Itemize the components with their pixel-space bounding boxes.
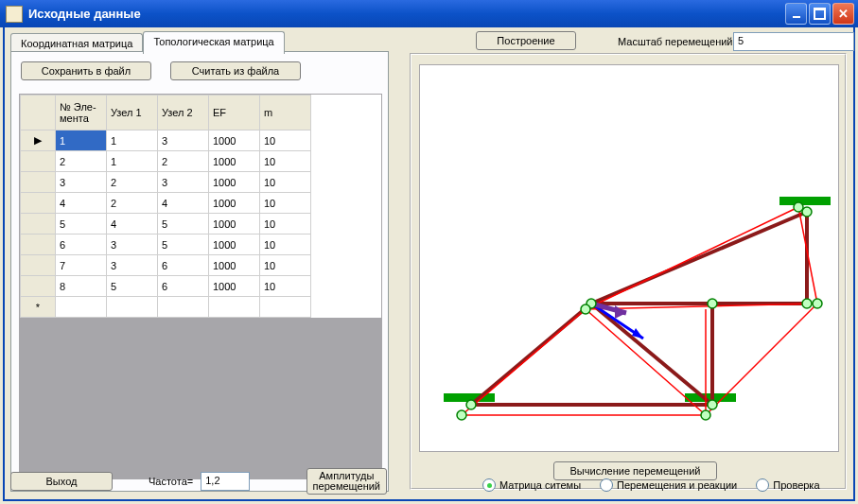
cell[interactable]: 7: [56, 255, 107, 276]
svg-line-8: [591, 212, 807, 304]
col-node2[interactable]: Узел 2: [158, 96, 209, 130]
amplitudes-button[interactable]: Амплитуды перемещений: [306, 468, 387, 495]
cell[interactable]: 1000: [209, 193, 260, 214]
cell[interactable]: 1: [56, 130, 107, 151]
maximize-button[interactable]: [809, 3, 831, 25]
radio-displacements-reactions[interactable]: Перемещения и реакции: [600, 478, 737, 492]
cell[interactable]: 2: [107, 172, 158, 193]
cell[interactable]: [56, 297, 107, 318]
frequency-input[interactable]: 1,2: [201, 472, 250, 491]
cell[interactable]: 10: [260, 214, 311, 235]
grid-corner[interactable]: [21, 96, 56, 130]
col-elem-num[interactable]: № Эле- мента: [56, 96, 107, 130]
scale-label: Масштаб перемещений:: [618, 36, 736, 47]
truss-diagram-canvas: [419, 64, 839, 452]
build-button[interactable]: Построение: [476, 31, 576, 50]
svg-rect-2: [779, 197, 831, 205]
table-new-row[interactable]: *: [21, 297, 311, 318]
compute-displacements-button[interactable]: Вычисление перемещений: [553, 461, 717, 480]
svg-point-29: [708, 299, 717, 308]
cell[interactable]: 6: [158, 255, 209, 276]
cell[interactable]: 3: [158, 172, 209, 193]
cell[interactable]: 4: [107, 214, 158, 235]
cell[interactable]: 10: [260, 151, 311, 172]
tab-topology-matrix[interactable]: Топологическая матрица: [143, 31, 284, 54]
cell[interactable]: 6: [56, 235, 107, 255]
svg-line-5: [591, 304, 712, 405]
col-ef[interactable]: EF: [209, 96, 260, 130]
cell[interactable]: 10: [260, 276, 311, 297]
cell[interactable]: 1000: [209, 214, 260, 235]
cell[interactable]: 2: [56, 151, 107, 172]
cell[interactable]: 2: [107, 193, 158, 214]
cell[interactable]: 5: [56, 214, 107, 235]
cell[interactable]: 10: [260, 130, 311, 151]
cell[interactable]: 5: [107, 276, 158, 297]
save-to-file-button[interactable]: Сохранить в файл: [21, 61, 151, 80]
window-title: Исходные данные: [28, 7, 141, 21]
cell[interactable]: 3: [56, 172, 107, 193]
cell[interactable]: [209, 297, 260, 318]
cell[interactable]: 3: [107, 235, 158, 255]
table-row[interactable]: 424100010: [21, 193, 311, 214]
load-from-file-button[interactable]: Считать из файла: [170, 61, 301, 80]
cell[interactable]: 1000: [209, 172, 260, 193]
cell[interactable]: 4: [56, 193, 107, 214]
topology-grid[interactable]: № Эле- мента Узел 1 Узел 2 EF m ▶ 1 1 3 …: [19, 94, 382, 479]
cell[interactable]: 1: [107, 130, 158, 151]
cell[interactable]: 1000: [209, 255, 260, 276]
table-row[interactable]: ▶ 1 1 3 1000 10: [21, 130, 311, 151]
svg-point-33: [794, 202, 803, 212]
table-row[interactable]: 736100010: [21, 255, 311, 276]
cell[interactable]: 10: [260, 255, 311, 276]
cell[interactable]: 10: [260, 193, 311, 214]
new-row-marker: *: [21, 297, 56, 318]
table-row[interactable]: 323100010: [21, 172, 311, 193]
table-row[interactable]: 212100010: [21, 151, 311, 172]
cell[interactable]: 3: [158, 130, 209, 151]
radio-check[interactable]: Проверка: [756, 478, 819, 492]
minimize-button[interactable]: [785, 3, 807, 25]
svg-line-16: [586, 207, 798, 309]
cell[interactable]: 4: [158, 193, 209, 214]
scale-input[interactable]: 5: [733, 32, 854, 51]
cell[interactable]: [158, 297, 209, 318]
tab-page-topology: Сохранить в файл Считать из файла № Эле-…: [10, 51, 389, 492]
cell[interactable]: 10: [260, 172, 311, 193]
cell[interactable]: 1: [107, 151, 158, 172]
svg-line-15: [706, 304, 817, 415]
app-icon: [6, 6, 23, 23]
table-row[interactable]: 856100010: [21, 276, 311, 297]
cell[interactable]: 3: [107, 255, 158, 276]
cell[interactable]: 5: [158, 235, 209, 255]
table-row[interactable]: 635100010: [21, 235, 311, 255]
cell[interactable]: [260, 297, 311, 318]
frequency-label: Частота=: [149, 476, 193, 487]
cell[interactable]: 8: [56, 276, 107, 297]
col-m[interactable]: m: [260, 96, 311, 130]
cell[interactable]: 6: [158, 276, 209, 297]
cell[interactable]: 10: [260, 235, 311, 255]
cell[interactable]: 1000: [209, 235, 260, 255]
svg-point-31: [802, 299, 812, 308]
cell[interactable]: 5: [158, 214, 209, 235]
cell[interactable]: 1000: [209, 276, 260, 297]
close-button[interactable]: ✕: [832, 3, 854, 25]
exit-button[interactable]: Выход: [10, 472, 113, 491]
cell[interactable]: 1000: [209, 130, 260, 151]
cell[interactable]: [107, 297, 158, 318]
svg-point-25: [708, 400, 717, 409]
radio-system-matrix[interactable]: Матрица ситемы: [482, 478, 581, 492]
radio-label: Перемещения и реакции: [617, 479, 737, 491]
cell[interactable]: 2: [158, 151, 209, 172]
svg-point-26: [701, 410, 710, 420]
row-marker: ▶: [21, 130, 56, 151]
svg-line-11: [462, 309, 586, 415]
radio-dot-icon: [482, 478, 496, 492]
diagram-group: Вычисление перемещений: [410, 53, 847, 490]
cell[interactable]: 1000: [209, 151, 260, 172]
table-row[interactable]: 545100010: [21, 214, 311, 235]
window-titlebar: Исходные данные ✕: [0, 0, 858, 27]
svg-point-24: [457, 410, 466, 420]
col-node1[interactable]: Узел 1: [107, 96, 158, 130]
